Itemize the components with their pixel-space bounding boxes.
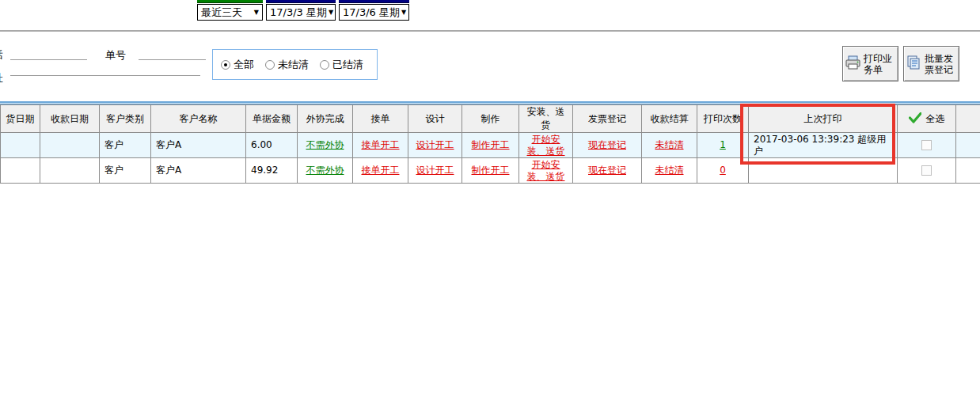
print-count-link[interactable]: 0 — [720, 165, 726, 176]
header-last-print: 上次打印 — [749, 105, 898, 133]
settlement-link[interactable]: 未结清 — [655, 139, 684, 150]
print-business-order-label: 打印业务单 — [864, 53, 895, 75]
cell-customer-name: 客户A — [151, 133, 246, 158]
table-header-row: 货日期 收款日期 客户类别 客户名称 单据金额 外协完成 接单 设计 制作 安装… — [1, 105, 980, 133]
radio-settled-label: 已结清 — [332, 58, 363, 72]
invoice-register-link[interactable]: 现在登记 — [588, 165, 626, 176]
radio-all-label: 全部 — [234, 58, 254, 72]
order-no-label: 单号 — [105, 48, 126, 63]
radio-settled[interactable]: 已结清 — [320, 58, 363, 72]
radio-all[interactable]: 全部 — [221, 58, 254, 72]
date-to-select[interactable]: 17/3/6 星期 ▼ — [339, 4, 409, 21]
date-from-value: 17/3/3 星期 — [270, 6, 327, 20]
production-start-link[interactable]: 制作开工 — [472, 139, 510, 150]
header-install-delivery: 安装、送货 — [519, 105, 573, 133]
order-start-link[interactable]: 接单开工 — [362, 139, 400, 150]
design-start-link[interactable]: 设计开工 — [416, 165, 454, 176]
phone-label-partial: 话 — [0, 48, 3, 63]
header-design: 设计 — [408, 105, 462, 133]
date-range-select[interactable]: 最近三天 ▼ — [197, 4, 263, 21]
header-customer-name: 客户名称 — [151, 105, 246, 133]
phone-input[interactable] — [10, 59, 87, 60]
cell-payment-date — [40, 133, 100, 158]
cell-empty — [956, 158, 980, 184]
row-checkbox[interactable] — [921, 140, 932, 150]
header-payment-date: 收款日期 — [40, 105, 100, 133]
cell-delivery-date — [1, 158, 40, 184]
header-production: 制作 — [462, 105, 519, 133]
table-row: 客户 客户A 6.00 不需外协 接单开工 设计开工 制作开工 开始安装、送货 … — [1, 133, 980, 158]
header-empty — [956, 105, 980, 133]
settlement-status-radio-group: 全部 未结清 已结清 — [212, 49, 378, 80]
batch-invoice-register-label: 批量发票登记 — [925, 53, 956, 75]
radio-selected-icon — [221, 60, 230, 70]
cell-delivery-date — [1, 133, 40, 158]
outsourcing-link[interactable]: 不需外协 — [306, 139, 344, 150]
order-no-input[interactable] — [139, 59, 206, 60]
row-checkbox[interactable] — [921, 165, 932, 176]
range-header-strip — [197, 0, 263, 3]
date-from-select[interactable]: 17/3/3 星期 ▼ — [266, 4, 336, 21]
radio-unsettled[interactable]: 未结清 — [265, 58, 309, 72]
outsourcing-link[interactable]: 不需外协 — [306, 165, 344, 176]
date-range-value: 最近三天 — [201, 6, 253, 20]
radio-unsettled-label: 未结清 — [278, 58, 309, 72]
header-amount: 单据金额 — [246, 105, 298, 133]
cell-amount: 6.00 — [246, 133, 298, 158]
settlement-link[interactable]: 未结清 — [655, 165, 684, 176]
cell-empty — [956, 133, 980, 158]
header-customer-type: 客户类别 — [100, 105, 151, 133]
cell-customer-type: 客户 — [100, 158, 151, 184]
select-all-label: 全选 — [926, 112, 945, 126]
header-print-count: 打印次数 — [697, 105, 749, 133]
date-to-header-strip — [339, 0, 409, 3]
invoice-register-link[interactable]: 现在登记 — [588, 139, 626, 150]
print-count-link[interactable]: 1 — [720, 139, 726, 150]
chevron-down-icon: ▼ — [401, 9, 406, 16]
green-check-icon — [909, 112, 921, 126]
chevron-down-icon: ▼ — [254, 9, 259, 16]
orders-table: 货日期 收款日期 客户类别 客户名称 单据金额 外协完成 接单 设计 制作 安装… — [0, 100, 980, 184]
install-delivery-link[interactable]: 开始安装、送货 — [527, 134, 565, 157]
cell-customer-name: 客户A — [151, 158, 246, 184]
cell-amount: 49.92 — [246, 158, 298, 184]
cell-payment-date — [40, 158, 100, 184]
header-select-all[interactable]: 全选 — [898, 105, 956, 133]
header-outsourcing: 外协完成 — [298, 105, 353, 133]
address-input[interactable] — [10, 75, 200, 76]
table-row: 客户 客户A 49.92 不需外协 接单开工 设计开工 制作开工 开始安装、送货… — [1, 158, 980, 184]
address-label-partial: 址 — [0, 71, 3, 85]
radio-unselected-icon — [265, 60, 275, 70]
printer-icon — [845, 55, 861, 73]
print-business-order-button[interactable]: 打印业务单 — [842, 46, 898, 81]
header-order: 接单 — [353, 105, 408, 133]
header-invoice-register: 发票登记 — [573, 105, 642, 133]
design-start-link[interactable]: 设计开工 — [416, 139, 454, 150]
header-settlement: 收款结算 — [642, 105, 697, 133]
batch-invoice-register-button[interactable]: 批量发票登记 — [903, 46, 959, 81]
cell-last-print — [749, 158, 898, 184]
date-to-value: 17/3/6 星期 — [343, 6, 400, 20]
horizontal-divider — [0, 30, 980, 32]
install-delivery-link[interactable]: 开始安装、送货 — [527, 159, 565, 182]
cell-customer-type: 客户 — [100, 133, 151, 158]
order-start-link[interactable]: 接单开工 — [362, 165, 400, 176]
header-delivery-date: 货日期 — [1, 105, 40, 133]
production-start-link[interactable]: 制作开工 — [472, 165, 510, 176]
documents-icon — [906, 55, 922, 73]
radio-unselected-icon — [320, 60, 329, 70]
chevron-down-icon: ▼ — [329, 9, 333, 16]
date-from-header-strip — [266, 0, 336, 3]
cell-last-print: 2017-03-06 13:39:23 超级用户 — [749, 133, 898, 158]
